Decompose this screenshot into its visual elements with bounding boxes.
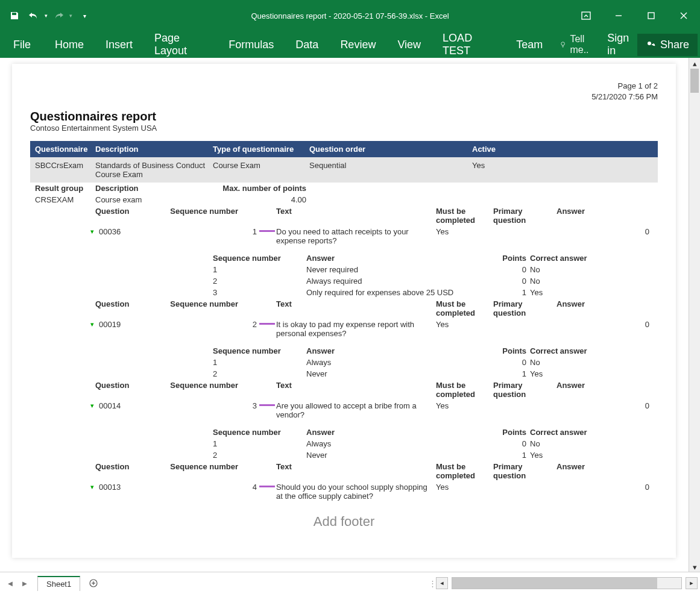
question-answer-val: 0 xyxy=(557,401,653,410)
qh-question: Question xyxy=(35,462,153,471)
qh-answer: Answer xyxy=(557,207,653,216)
maximize-icon xyxy=(647,11,655,20)
ao-correct: Yes xyxy=(530,288,653,297)
question-header: Question Sequence number Text Must be co… xyxy=(30,298,658,319)
question-text: Should you do your school supply shoppin… xyxy=(276,483,436,501)
question-row: ▾00036 1 Do you need to attach receipts … xyxy=(30,226,658,246)
tick-icon: ▾ xyxy=(90,228,94,235)
tab-formulas[interactable]: Formulas xyxy=(218,33,285,57)
qh-question: Question xyxy=(35,299,153,308)
val-active: Yes xyxy=(472,161,653,179)
new-sheet-button[interactable] xyxy=(85,577,102,590)
tab-team[interactable]: Team xyxy=(505,33,553,57)
page-meta: Page 1 of 2 5/21/2020 7:56 PM xyxy=(30,81,658,102)
ao-points: 0 xyxy=(493,265,530,274)
question-answer-val: 0 xyxy=(557,227,653,236)
ao-answer: Never xyxy=(306,369,493,378)
qh-answer: Answer xyxy=(557,299,653,308)
ribbon-display-options-button[interactable] xyxy=(570,0,602,31)
plus-circle-icon xyxy=(89,579,98,587)
question-header: Question Sequence number Text Must be co… xyxy=(30,205,658,226)
ah-answer: Answer xyxy=(306,254,493,263)
ao-seq: 3 xyxy=(35,288,306,297)
add-footer-placeholder[interactable]: Add footer xyxy=(30,514,658,530)
undo-dropdown[interactable]: ▾ xyxy=(45,13,48,19)
hscroll-thumb[interactable] xyxy=(452,578,657,589)
qh-must: Must be completed xyxy=(436,299,493,317)
sheet-tab-sheet1[interactable]: Sheet1 xyxy=(37,576,80,591)
ao-seq: 1 xyxy=(35,439,306,448)
undo-button[interactable] xyxy=(25,7,42,24)
close-button[interactable] xyxy=(667,0,700,31)
question-seq: 4 xyxy=(243,483,276,492)
ah-points: Points xyxy=(493,254,530,263)
tab-data[interactable]: Data xyxy=(285,33,329,57)
save-icon xyxy=(10,11,19,20)
maximize-button[interactable] xyxy=(635,0,667,31)
tab-view[interactable]: View xyxy=(386,33,432,57)
question-must: Yes xyxy=(436,483,493,492)
ao-correct: Yes xyxy=(530,451,653,460)
qh-seq: Sequence number xyxy=(153,381,243,390)
hscroll-right-button[interactable]: ► xyxy=(686,577,698,589)
customize-qat[interactable]: ▾ xyxy=(83,13,86,19)
split-grip[interactable]: ⋮ xyxy=(429,579,434,588)
share-icon xyxy=(646,39,657,50)
redo-dropdown[interactable]: ▾ xyxy=(69,13,72,19)
answer-option-row: 1 Never required 0 No xyxy=(30,264,658,275)
scroll-up-button[interactable]: ▴ xyxy=(689,58,700,69)
minimize-button[interactable] xyxy=(602,0,635,31)
sign-in-button[interactable]: Sign in xyxy=(601,32,637,57)
tab-insert[interactable]: Insert xyxy=(95,33,143,57)
lightbulb-icon xyxy=(560,40,566,49)
save-button[interactable] xyxy=(6,7,23,24)
highlight-mark xyxy=(259,323,275,325)
ao-points: 0 xyxy=(493,358,530,367)
sheet-nav-prev[interactable]: ◄ xyxy=(4,577,17,590)
qh-question: Question xyxy=(35,381,153,390)
question-seq: 1 xyxy=(243,227,276,236)
redo-button[interactable] xyxy=(50,7,67,24)
hdr-questionnaire: Questionnaire xyxy=(35,145,95,154)
ah-answer: Answer xyxy=(306,346,493,355)
horizontal-scroll-area: ⋮ ◄ ► xyxy=(102,577,700,589)
question-answer-val: 0 xyxy=(557,320,653,329)
ribbon-tabs: File Home Insert Page Layout Formulas Da… xyxy=(0,31,700,58)
answer-option-row: 3 Only required for expenses above 25 US… xyxy=(30,287,658,298)
hscroll-track[interactable] xyxy=(452,577,682,589)
tab-home[interactable]: Home xyxy=(44,33,95,57)
question-row: ▾00013 4 Should you do your school suppl… xyxy=(30,481,658,502)
ah-correct: Correct answer xyxy=(530,428,653,437)
qh-text: Text xyxy=(276,381,436,390)
val-order: Sequential xyxy=(309,161,472,179)
ah-points: Points xyxy=(493,428,530,437)
share-button[interactable]: Share xyxy=(637,34,698,56)
tab-review[interactable]: Review xyxy=(329,33,386,57)
svg-point-5 xyxy=(561,42,565,46)
ao-correct: No xyxy=(530,358,653,367)
scroll-thumb[interactable] xyxy=(690,69,699,93)
highlight-mark xyxy=(259,230,275,232)
qh-must: Must be completed xyxy=(436,207,493,225)
ao-points: 1 xyxy=(493,451,530,460)
hscroll-left-button[interactable]: ◄ xyxy=(436,577,448,589)
ao-correct: Yes xyxy=(530,369,653,378)
main-header-row: Questionnaire Description Type of questi… xyxy=(30,141,658,157)
print-preview-page[interactable]: Page 1 of 2 5/21/2020 7:56 PM Questionna… xyxy=(12,64,676,558)
hdr-order: Question order xyxy=(309,145,472,154)
qh-primary: Primary question xyxy=(493,381,557,399)
share-label: Share xyxy=(660,39,689,51)
question-must: Yes xyxy=(436,320,493,329)
rg-hdr-group: Result group xyxy=(35,184,95,193)
ah-points: Points xyxy=(493,346,530,355)
ribbon-display-icon xyxy=(581,11,591,20)
sheet-nav-next[interactable]: ► xyxy=(18,577,31,590)
svg-rect-0 xyxy=(582,12,590,19)
question-header: Question Sequence number Text Must be co… xyxy=(30,380,658,400)
file-tab[interactable]: File xyxy=(0,33,44,57)
scroll-down-button[interactable]: ▾ xyxy=(689,561,700,572)
answer-option-row: 2 Never 1 Yes xyxy=(30,368,658,380)
vertical-scrollbar[interactable]: ▴ ▾ xyxy=(689,58,700,572)
ah-seq: Sequence number xyxy=(35,346,306,355)
tell-me-search[interactable]: Tell me.. xyxy=(553,34,601,55)
